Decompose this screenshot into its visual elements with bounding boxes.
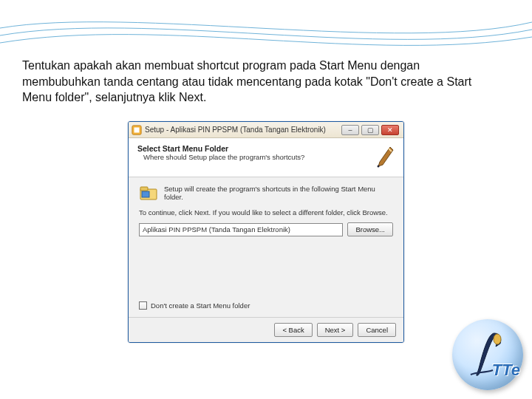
browse-button[interactable]: Browse... bbox=[347, 222, 393, 236]
setup-wizard-window: Setup - Aplikasi PIN PPSPM (Tanda Tangan… bbox=[128, 121, 404, 343]
window-titlebar: Setup - Aplikasi PIN PPSPM (Tanda Tangan… bbox=[129, 122, 403, 138]
maximize-button[interactable]: ▢ bbox=[361, 125, 379, 135]
minimize-button[interactable]: – bbox=[341, 125, 359, 135]
wizard-footer: < Back Next > Cancel bbox=[129, 317, 403, 342]
next-button[interactable]: Next > bbox=[317, 323, 354, 337]
slide-logo-bubble: TTe bbox=[452, 319, 523, 390]
banner-subtext: Where should Setup place the program's s… bbox=[143, 153, 304, 161]
svg-rect-4 bbox=[140, 187, 148, 191]
description-text: Setup will create the program's shortcut… bbox=[164, 185, 393, 201]
pen-icon bbox=[369, 144, 396, 171]
svg-point-6 bbox=[494, 334, 501, 344]
checkbox-icon[interactable] bbox=[139, 301, 147, 310]
window-title: Setup - Aplikasi PIN PPSPM (Tanda Tangan… bbox=[145, 126, 341, 134]
close-button[interactable]: ✕ bbox=[381, 125, 399, 135]
app-icon bbox=[132, 125, 142, 135]
banner-heading: Select Start Menu Folder bbox=[137, 144, 304, 153]
svg-point-2 bbox=[378, 166, 380, 168]
folder-icon bbox=[139, 183, 158, 202]
logo-text: TTe bbox=[492, 361, 520, 380]
cancel-button[interactable]: Cancel bbox=[358, 323, 396, 337]
continue-text: To continue, click Next. If you would li… bbox=[139, 208, 393, 216]
wizard-banner: Select Start Menu Folder Where should Se… bbox=[129, 138, 403, 177]
start-menu-folder-input[interactable] bbox=[139, 223, 343, 236]
slide-instruction-text: Tentukan apakah akan membuat shortcut pr… bbox=[22, 58, 488, 106]
back-button[interactable]: < Back bbox=[274, 323, 312, 337]
checkbox-label: Don't create a Start Menu folder bbox=[151, 301, 250, 310]
svg-rect-5 bbox=[142, 191, 149, 197]
svg-rect-1 bbox=[134, 127, 140, 132]
dont-create-checkbox-row[interactable]: Don't create a Start Menu folder bbox=[139, 301, 250, 310]
decorative-swoosh bbox=[0, 0, 532, 59]
